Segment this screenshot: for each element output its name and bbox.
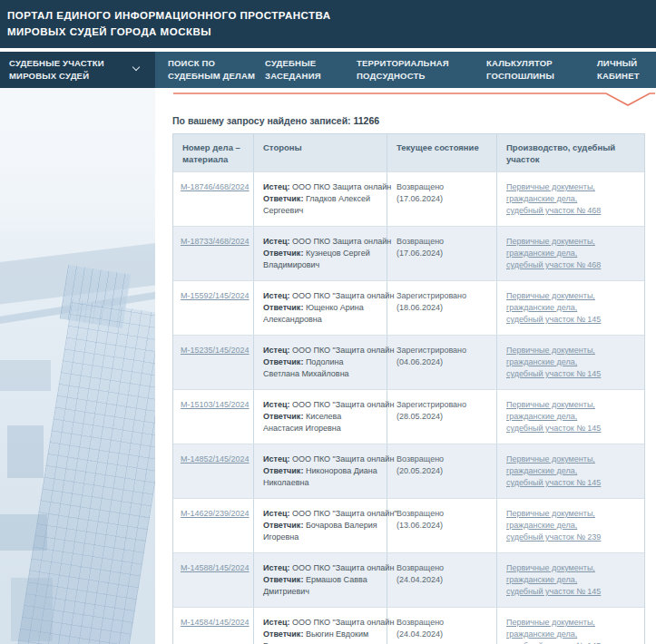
parties-cell: Истец: ООО ПКО "Защита онлайн" Ответчик:…	[254, 499, 387, 552]
site-header: ПОРТАЛ ЕДИНОГО ИНФОРМАЦИОННОГО ПРОСТРАНС…	[0, 0, 656, 50]
plaintiff-label: Истец:	[263, 618, 289, 627]
defendant-label: Ответчик:	[263, 357, 303, 366]
plaintiff-label: Истец:	[263, 400, 289, 409]
nav-item-case-search[interactable]: ПОИСК ПО СУДЕБНЫМ ДЕЛАМ	[168, 52, 255, 88]
plaintiff-line: Истец: ООО ПКО "Защита онлайн	[263, 454, 377, 465]
defendant-line: Ответчик: Гладков Алексей Сергеевич	[263, 193, 377, 217]
parties-cell: Истец: ООО ПКО "Защита онлайн Ответчик: …	[254, 281, 387, 335]
city-building-shape	[0, 360, 51, 391]
column-header-case-number: Номер дела – материала	[173, 134, 254, 171]
defendant-line: Ответчик: Бочарова Валерия Игоревна	[263, 520, 377, 543]
status-cell: Возвращено (24.04.2024)	[387, 553, 497, 607]
case-number-cell: М-15103/145/2024	[173, 390, 254, 444]
plaintiff-line: Истец: ООО ПКО "Защита онлайн	[263, 562, 377, 574]
status-text: Зарегистрировано (18.06.2024)	[397, 291, 466, 312]
production-cell: Первичные документы, гражданские дела, с…	[497, 336, 645, 389]
plaintiff-line: Истец: ООО ПКО Защита онлайн	[263, 236, 377, 248]
case-number-link[interactable]: М-15235/145/2024	[181, 346, 250, 355]
status-text: Зарегистрировано (28.05.2024)	[397, 400, 466, 421]
table-header-row: Номер дела – материала Стороны Текущее с…	[173, 134, 644, 171]
case-number-cell: М-14584/145/2024	[173, 608, 254, 644]
status-cell: Зарегистрировано (04.06.2024)	[387, 336, 497, 389]
city-building-shape	[11, 578, 53, 641]
plaintiff-line: Истец: ООО ПКО "Защита онлайн	[263, 399, 377, 411]
results-count: 11266	[354, 115, 380, 126]
status-text: Возвращено (17.06.2024)	[397, 237, 444, 258]
nav-item-fee-calculator[interactable]: КАЛЬКУЛЯТОР ГОСПОШЛИНЫ	[486, 52, 554, 88]
production-link[interactable]: Первичные документы, гражданские дела, с…	[506, 400, 601, 433]
case-number-link[interactable]: М-15103/145/2024	[181, 400, 250, 409]
defendant-line: Ответчик: Вьюгин Евдоким Владимирович	[263, 629, 377, 644]
production-link[interactable]: Первичные документы, гражданские дела, с…	[506, 237, 601, 269]
case-number-link[interactable]: М-14588/145/2024	[181, 563, 250, 572]
plaintiff-label: Истец:	[263, 346, 289, 355]
nav-item-label: СУДЕБНЫМ ДЕЛАМ	[168, 70, 255, 83]
parties-cell: Истец: ООО ПКО "Защита онлайн Ответчик: …	[254, 390, 387, 444]
status-text: Возвращено (13.06.2024)	[397, 509, 444, 530]
table-row: М-15592/145/2024 Истец: ООО ПКО "Защита …	[173, 280, 644, 335]
column-header-production: Производство, судебный участок	[497, 134, 645, 171]
site-title-line2: МИРОВЫХ СУДЕЙ ГОРОДА МОСКВЫ	[7, 24, 649, 40]
plaintiff-name: ООО ПКО "Защита онлайн"	[289, 509, 397, 518]
production-cell: Первичные документы, гражданские дела, с…	[497, 608, 645, 644]
production-link[interactable]: Первичные документы, гражданские дела, с…	[506, 346, 601, 378]
status-text: Возвращено (24.04.2024)	[397, 618, 444, 639]
plaintiff-name: ООО ПКО "Защита онлайн	[289, 563, 394, 572]
cases-table: Номер дела – материала Стороны Текущее с…	[172, 133, 645, 644]
parties-cell: Истец: ООО ПКО "Защита онлайн Ответчик: …	[254, 444, 387, 498]
active-tab-pointer-line	[172, 92, 656, 108]
table-row: М-14852/145/2024 Истец: ООО ПКО "Защита …	[173, 444, 644, 498]
status-cell: Зарегистрировано (28.05.2024)	[387, 390, 497, 444]
production-link[interactable]: Первичные документы, гражданские дела, с…	[506, 509, 601, 542]
case-number-link[interactable]: М-14584/145/2024	[181, 618, 250, 627]
defendant-line: Ответчик: Подолина Светлана Михайловна	[263, 356, 377, 380]
plaintiff-name: ООО ПКО "Защита онлайн	[289, 346, 394, 355]
production-link[interactable]: Первичные документы, гражданские дела, с…	[506, 291, 601, 324]
production-link[interactable]: Первичные документы, гражданские дела, с…	[506, 618, 601, 644]
case-number-link[interactable]: М-18733/468/2024	[181, 237, 250, 246]
production-cell: Первичные документы, гражданские дела, с…	[497, 172, 645, 226]
page: ПОРТАЛ ЕДИНОГО ИНФОРМАЦИОННОГО ПРОСТРАНС…	[0, 0, 656, 644]
nav-item-label: ГОСПОШЛИНЫ	[486, 70, 554, 83]
case-number-link[interactable]: М-15592/145/2024	[181, 291, 250, 300]
case-number-link[interactable]: М-14852/145/2024	[181, 454, 250, 463]
nav-item-label: ПОДСУДНОСТЬ	[357, 70, 449, 83]
defendant-label: Ответчик:	[263, 194, 303, 203]
nav-item-personal-cabinet[interactable]: ЛИЧНЫЙ КАБИНЕТ	[597, 52, 640, 88]
status-cell: Возвращено (17.06.2024)	[387, 172, 497, 226]
plaintiff-label: Истец:	[263, 237, 289, 246]
nav-item-label: ПОИСК ПО	[168, 57, 255, 70]
nav-item-court-districts[interactable]: СУДЕБНЫЕ УЧАСТКИ МИРОВЫХ СУДЕЙ	[0, 52, 155, 88]
production-link[interactable]: Первичные документы, гражданские дела, с…	[506, 563, 601, 596]
plaintiff-line: Истец: ООО ПКО "Защита онлайн	[263, 345, 377, 356]
production-link[interactable]: Первичные документы, гражданские дела, с…	[506, 182, 601, 215]
defendant-label: Ответчик:	[263, 466, 303, 475]
status-cell: Возвращено (13.06.2024)	[387, 499, 497, 552]
status-cell: Возвращено (17.06.2024)	[387, 227, 497, 280]
production-cell: Первичные документы, гражданские дела, с…	[497, 553, 645, 607]
plaintiff-line: Истец: ООО ПКО "Защита онлайн	[263, 290, 377, 302]
main-nav: СУДЕБНЫЕ УЧАСТКИ МИРОВЫХ СУДЕЙ ПОИСК ПО …	[0, 52, 656, 88]
parties-cell: Истец: ООО ПКО Защита онлайн Ответчик: К…	[254, 227, 387, 280]
nav-item-label: ЛИЧНЫЙ	[597, 57, 640, 70]
case-number-cell: М-15235/145/2024	[173, 336, 254, 389]
case-number-link[interactable]: М-18746/468/2024	[181, 182, 250, 191]
plaintiff-label: Истец:	[263, 454, 289, 463]
case-number-cell: М-18746/468/2024	[173, 172, 254, 226]
case-number-link[interactable]: М-14629/239/2024	[181, 509, 250, 518]
defendant-line: Ответчик: Ермашов Савва Дмитриевич	[263, 574, 377, 598]
production-cell: Первичные документы, гражданские дела, с…	[497, 444, 645, 498]
defendant-line: Ответчик: Никонорова Диана Николаевна	[263, 465, 377, 489]
nav-item-territorial-jurisdiction[interactable]: ТЕРРИТОРИАЛЬНАЯ ПОДСУДНОСТЬ	[357, 52, 449, 88]
defendant-label: Ответчик:	[263, 521, 303, 530]
column-header-parties: Стороны	[254, 134, 387, 171]
case-number-cell: М-18733/468/2024	[173, 227, 254, 280]
production-cell: Первичные документы, гражданские дела, с…	[497, 281, 645, 335]
nav-item-court-sessions[interactable]: СУДЕБНЫЕ ЗАСЕДАНИЯ	[265, 52, 321, 88]
nav-item-label: МИРОВЫХ СУДЕЙ	[9, 70, 155, 83]
defendant-label: Ответчик:	[263, 629, 303, 639]
results-label: По вашему запросу найдено записей:	[172, 115, 351, 126]
production-link[interactable]: Первичные документы, гражданские дела, с…	[506, 454, 601, 487]
plaintiff-label: Истец:	[263, 509, 289, 518]
table-row: М-18733/468/2024 Истец: ООО ПКО Защита о…	[173, 226, 644, 280]
